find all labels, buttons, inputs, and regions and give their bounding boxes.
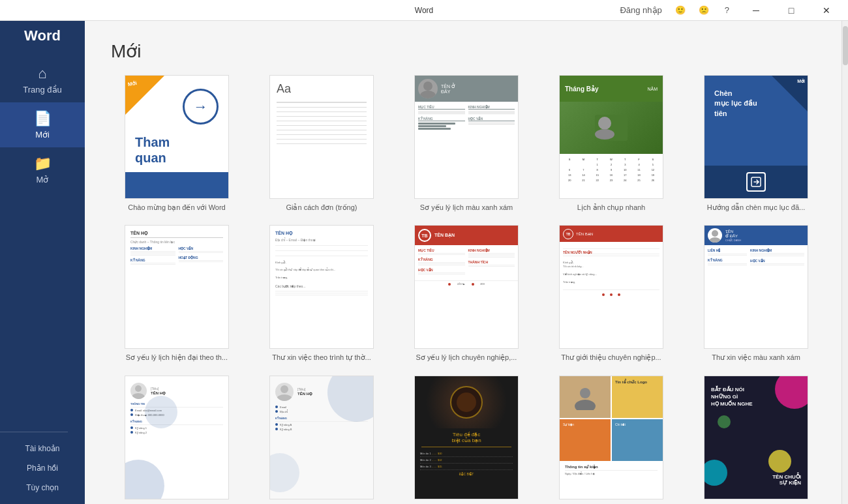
template-card-intro-red[interactable]: TB TÊN BẠN TÊN NGƯỜI NHẬN Kính gửi,Tôi x…	[545, 225, 677, 362]
svg-point-1	[420, 91, 436, 98]
template-label-tour: Chào mừng bạn đến với Word	[128, 203, 225, 212]
minimize-button[interactable]: ─	[741, 0, 771, 21]
template-card-cv-bluegray[interactable]: TÊN ỞĐÂY MỤC TIÊU	[401, 75, 532, 212]
sidebar-bottom: Tài khoản Phản hồi Tùy chọn	[0, 425, 85, 504]
template-thumb-event[interactable]: BẮT ĐẦU NÓINHỮNG GÌHỌ MUỐN NGHE TÊN CHUỖ…	[704, 376, 808, 499]
template-grid: Mới → Thamquan Chào mừng bạn đến với Wor…	[111, 75, 822, 503]
template-label-cv-red: Sơ yếu lý lịch chuyên nghiệp,...	[416, 353, 517, 362]
template-thumb-cover-letter[interactable]: TÊN HỌ Địa chỉ – Email – Điện thoại Kính…	[269, 225, 374, 349]
template-card-cv-red[interactable]: TB TÊN BẠN MỤC TIÊU	[401, 225, 532, 362]
template-card-calendar[interactable]: Tháng Bảy NĂM SMTWTFS 12345 6789101112 1…	[545, 75, 677, 212]
template-thumb-toc[interactable]: Mới Chènmục lục đầutiên	[704, 75, 808, 199]
template-thumb-cv-bluesp[interactable]: TÊNỞ ĐÂYCHỨC DANH LIÊN HỆ KỸ NĂNG	[704, 225, 808, 349]
template-thumb-calendar[interactable]: Tháng Bảy NĂM SMTWTFS 12345 6789101112 1…	[559, 75, 663, 199]
svg-point-6	[712, 230, 718, 237]
svg-point-8	[135, 385, 142, 392]
scrollbar-thumb[interactable]	[843, 26, 848, 65]
svg-point-10	[280, 385, 288, 393]
open-folder-icon: 📁	[34, 155, 52, 172]
sidebar-label-open: Mở	[37, 175, 49, 185]
template-card-food-menu[interactable]: Tiêu đề đặcbiệt của bạn Món ăn 1 …… $10 …	[401, 376, 532, 503]
template-label-toc: Hướng dẫn chèn mục lục đã...	[707, 203, 806, 212]
title-bar-controls: Đăng nhập 🙂 🙁 ? ─ □ ✕	[616, 0, 841, 21]
sidebar-item-open[interactable]: 📁 Mở	[0, 147, 85, 192]
template-label-cv-bluegray: Sơ yếu lý lịch màu xanh xám	[420, 203, 513, 212]
home-icon: ⌂	[38, 65, 46, 82]
sidebar-item-home[interactable]: ⌂ Trang đầu	[0, 57, 85, 102]
sidebar-item-feedback[interactable]: Phản hồi	[0, 458, 85, 478]
template-thumb-intro-red[interactable]: TB TÊN BẠN TÊN NGƯỜI NHẬN Kính gửi,Tôi x…	[559, 225, 663, 349]
template-card-collage[interactable]: Tìn tổ chức Logo Sự kiện Chi tiết Thông …	[545, 376, 677, 503]
svg-point-0	[423, 82, 432, 91]
sidebar-divider	[0, 432, 68, 432]
app-body: Word ⌂ Trang đầu 📄 Mới 📁 Mở Tài khoản Ph…	[0, 21, 848, 504]
template-card-cover-letter[interactable]: TÊN HỌ Địa chỉ – Email – Điện thoại Kính…	[256, 225, 387, 362]
svg-point-12	[580, 388, 590, 398]
svg-point-3	[598, 117, 611, 130]
sidebar-label-home: Trang đầu	[23, 85, 62, 95]
template-card-blank[interactable]: Aa Giản cách đơn (trống)	[256, 75, 387, 212]
maximize-button[interactable]: □	[776, 0, 806, 21]
toc-arrow-icon	[746, 172, 766, 192]
frown-icon[interactable]: 🙁	[695, 4, 713, 16]
svg-point-13	[575, 400, 596, 410]
template-thumb-collage[interactable]: Tìn tổ chức Logo Sự kiện Chi tiết Thông …	[559, 376, 663, 499]
blank-aa-text: Aa	[277, 82, 367, 96]
svg-point-7	[709, 237, 721, 243]
template-card-cv-circle1[interactable]: [Tiêu] TÊN HỌ THÔNG TIN Email: abc@email…	[111, 376, 243, 503]
template-label-cv-modern: Sơ yếu lý lịch hiện đại theo th...	[126, 353, 228, 362]
sidebar-title: Word	[0, 27, 85, 44]
template-card-toc[interactable]: Mới Chènmục lục đầutiên Hướng dẫn chèn m…	[690, 75, 822, 212]
template-thumb-cv-modern[interactable]: TÊN HỌ Chức danh – Thông tin liên lạc KI…	[125, 225, 229, 349]
app-title: Word	[415, 6, 433, 15]
template-thumb-tour[interactable]: Mới → Thamquan	[125, 75, 229, 199]
svg-point-4	[595, 129, 614, 140]
signin-button[interactable]: Đăng nhập	[616, 4, 665, 16]
help-button[interactable]: ?	[721, 4, 733, 16]
sidebar-label-new: Mới	[35, 130, 50, 140]
template-thumb-cv-red[interactable]: TB TÊN BẠN MỤC TIÊU	[414, 225, 519, 349]
sidebar-item-account[interactable]: Tài khoản	[0, 439, 85, 458]
template-thumb-food-menu[interactable]: Tiêu đề đặcbiệt của bạn Món ăn 1 …… $10 …	[414, 376, 519, 499]
content-area: Mới Mới → Thamquan	[85, 21, 841, 504]
template-card-event[interactable]: BẮT ĐẦU NÓINHỮNG GÌHỌ MUỐN NGHE TÊN CHUỖ…	[690, 376, 822, 503]
template-label-cover-letter: Thư xin việc theo trình tự thờ...	[272, 353, 371, 362]
template-label-intro-red: Thư giới thiệu chuyên nghiệp...	[561, 353, 661, 362]
new-doc-icon: 📄	[34, 110, 52, 127]
template-thumb-cv-circle2[interactable]: [Tiêu] TÊN HỌ Email Địa chỉ KỸ NĂNG Kỹ n…	[269, 376, 374, 499]
sidebar: Word ⌂ Trang đầu 📄 Mới 📁 Mở Tài khoản Ph…	[0, 21, 85, 504]
scrollbar-track[interactable]	[841, 21, 848, 504]
template-card-cv-circle2[interactable]: [Tiêu] TÊN HỌ Email Địa chỉ KỸ NĂNG Kỹ n…	[256, 376, 387, 503]
svg-point-11	[277, 394, 292, 401]
sidebar-item-options[interactable]: Tùy chọn	[0, 478, 85, 497]
smiley-icon[interactable]: 🙂	[671, 4, 689, 16]
template-thumb-blank[interactable]: Aa	[269, 75, 374, 199]
template-thumb-cv-circle1[interactable]: [Tiêu] TÊN HỌ THÔNG TIN Email: abc@email…	[125, 376, 229, 499]
title-bar: Word Đăng nhập 🙂 🙁 ? ─ □ ✕	[0, 0, 848, 21]
template-card-cv-modern[interactable]: TÊN HỌ Chức danh – Thông tin liên lạc KI…	[111, 225, 243, 362]
template-card-cv-bluesp[interactable]: TÊNỞ ĐÂYCHỨC DANH LIÊN HỆ KỸ NĂNG	[690, 225, 822, 362]
close-button[interactable]: ✕	[811, 0, 841, 21]
page-title: Mới	[111, 40, 822, 62]
template-thumb-cv-bluegray[interactable]: TÊN ỞĐÂY MỤC TIÊU	[414, 75, 519, 199]
svg-point-9	[132, 393, 145, 399]
template-card-tour[interactable]: Mới → Thamquan Chào mừng bạn đến với Wor…	[111, 75, 243, 212]
template-label-calendar: Lịch ảnh chụp nhanh	[577, 203, 645, 212]
template-label-blank: Giản cách đơn (trống)	[286, 203, 357, 212]
sidebar-item-new[interactable]: 📄 Mới	[0, 102, 85, 147]
template-label-cv-bluesp: Thư xin việc màu xanh xám	[712, 353, 800, 362]
